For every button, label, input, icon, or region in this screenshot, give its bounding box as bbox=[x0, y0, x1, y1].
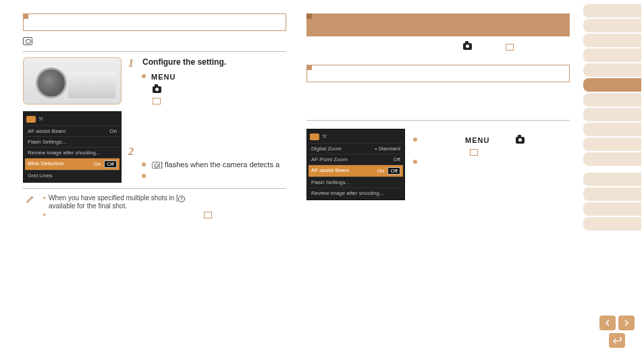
menu-row-value: Off bbox=[393, 156, 400, 162]
step-1: 1 Configure the setting. MENU bbox=[128, 57, 286, 105]
divider bbox=[23, 188, 286, 189]
sidebar-item[interactable] bbox=[583, 108, 641, 121]
camera-tab-icon bbox=[463, 43, 472, 50]
sidebar-item[interactable] bbox=[583, 123, 641, 136]
book-reference-icon bbox=[470, 149, 478, 155]
menu-row-label: Digital Zoom bbox=[311, 146, 342, 152]
menu-tab-camera-icon bbox=[26, 116, 36, 123]
divider bbox=[23, 51, 286, 52]
mode-icon-row bbox=[23, 36, 286, 46]
right-icon-row-1 bbox=[306, 42, 570, 51]
right-section-header-main bbox=[306, 13, 570, 36]
sidebar-item[interactable] bbox=[583, 93, 641, 107]
right-bullet-menu: MENU bbox=[412, 136, 570, 144]
next-page-button[interactable] bbox=[618, 316, 635, 330]
sidebar-item-active[interactable] bbox=[583, 78, 641, 92]
camera-tab-icon bbox=[516, 137, 525, 144]
menu-row-label-selected: Blink Detection bbox=[28, 160, 63, 168]
sidebar-item[interactable] bbox=[583, 19, 641, 32]
menu-label: MENU bbox=[151, 73, 176, 81]
right-column: ⚒ Digital Zoom• Standard AF-Point ZoomOf… bbox=[306, 13, 570, 200]
book-reference-icon bbox=[204, 212, 212, 218]
step-2: 2 ] flashes when the camera detects a bbox=[128, 146, 286, 180]
return-button[interactable] bbox=[609, 333, 625, 348]
right-section-header-sub bbox=[306, 65, 570, 82]
sidebar-item[interactable] bbox=[583, 217, 641, 231]
step2-detect-text: ] flashes when the camera detects a bbox=[161, 160, 279, 169]
menu-label: MENU bbox=[465, 136, 489, 144]
prev-page-button[interactable] bbox=[599, 316, 616, 330]
blink-detect-icon bbox=[23, 37, 32, 45]
right-book-row bbox=[412, 147, 570, 155]
sidebar-item[interactable] bbox=[583, 173, 641, 186]
note-text-1a: When you have specified multiple shots i… bbox=[49, 194, 178, 202]
step-number-1: 1 bbox=[128, 57, 140, 69]
timer-icon bbox=[178, 196, 185, 202]
sidebar-item[interactable] bbox=[583, 152, 641, 166]
sidebar-item[interactable] bbox=[583, 202, 641, 216]
menu-tab-wrench-icon: ⚒ bbox=[38, 116, 47, 123]
step1-icons-row bbox=[140, 84, 286, 105]
menu-opt-off: Off bbox=[387, 167, 400, 175]
left-images-column: ⚒ AF-assist BeamOn Flash Settings... Rev… bbox=[23, 57, 122, 183]
sidebar-item[interactable] bbox=[583, 138, 641, 151]
menu-row-label: AF-Point Zoom bbox=[311, 156, 348, 162]
camera-menu-screenshot-right: ⚒ Digital Zoom• Standard AF-Point ZoomOf… bbox=[306, 129, 405, 200]
step1-bullet-menu: MENU bbox=[140, 72, 286, 81]
sidebar-item[interactable] bbox=[583, 63, 641, 77]
menu-row-label: Grid Lines bbox=[28, 173, 52, 179]
divider bbox=[306, 120, 570, 121]
blink-icon-inline bbox=[152, 162, 160, 169]
menu-tab-camera-icon bbox=[310, 133, 319, 140]
sidebar-item[interactable] bbox=[583, 187, 641, 201]
note-text-1b: available for the final shot. bbox=[49, 202, 127, 210]
left-section-header bbox=[23, 13, 286, 31]
step-title-1: Configure the setting. bbox=[142, 57, 226, 67]
camera-tab-icon bbox=[153, 86, 161, 93]
step-number-2: 2 bbox=[128, 146, 140, 158]
book-reference-icon bbox=[153, 98, 161, 104]
pencil-icon bbox=[26, 194, 35, 204]
camera-product-image bbox=[23, 57, 122, 104]
menu-opt-on: On bbox=[92, 161, 103, 167]
menu-row-label: AF-assist Beam bbox=[28, 128, 65, 134]
right-bullet-empty bbox=[412, 158, 570, 166]
sidebar-tabs bbox=[583, 4, 641, 232]
menu-tab-wrench-icon: ⚒ bbox=[322, 133, 330, 140]
menu-opt-off: Off bbox=[104, 160, 117, 168]
left-column: ⚒ AF-assist BeamOn Flash Settings... Rev… bbox=[23, 13, 286, 220]
menu-row-label: Flash Settings... bbox=[28, 139, 66, 145]
notes-block: When you have specified multiple shots i… bbox=[23, 194, 286, 218]
menu-row-label: Review image after shooting... bbox=[28, 150, 101, 156]
menu-row-value: On bbox=[109, 128, 117, 134]
step2-bullet-detect: ] flashes when the camera detects a bbox=[140, 160, 286, 169]
sidebar-item[interactable] bbox=[583, 49, 641, 62]
menu-opt-on: On bbox=[375, 168, 387, 174]
camera-menu-screenshot-left: ⚒ AF-assist BeamOn Flash Settings... Rev… bbox=[23, 111, 122, 183]
nav-buttons bbox=[599, 316, 635, 351]
note-item-3 bbox=[43, 211, 286, 218]
step2-bullet-empty bbox=[140, 172, 286, 180]
menu-row-value: • Standard bbox=[375, 146, 401, 152]
right-step-text: MENU bbox=[412, 129, 570, 200]
book-reference-icon bbox=[506, 44, 514, 50]
menu-row-label: Review image after shooting... bbox=[311, 190, 384, 196]
menu-row-label: Flash Settings... bbox=[311, 179, 350, 185]
menu-row-label-selected: AF-assist Beam bbox=[311, 167, 349, 175]
note-item-1: When you have specified multiple shots i… bbox=[43, 194, 286, 209]
sidebar-item[interactable] bbox=[583, 4, 641, 18]
sidebar-item[interactable] bbox=[583, 34, 641, 47]
